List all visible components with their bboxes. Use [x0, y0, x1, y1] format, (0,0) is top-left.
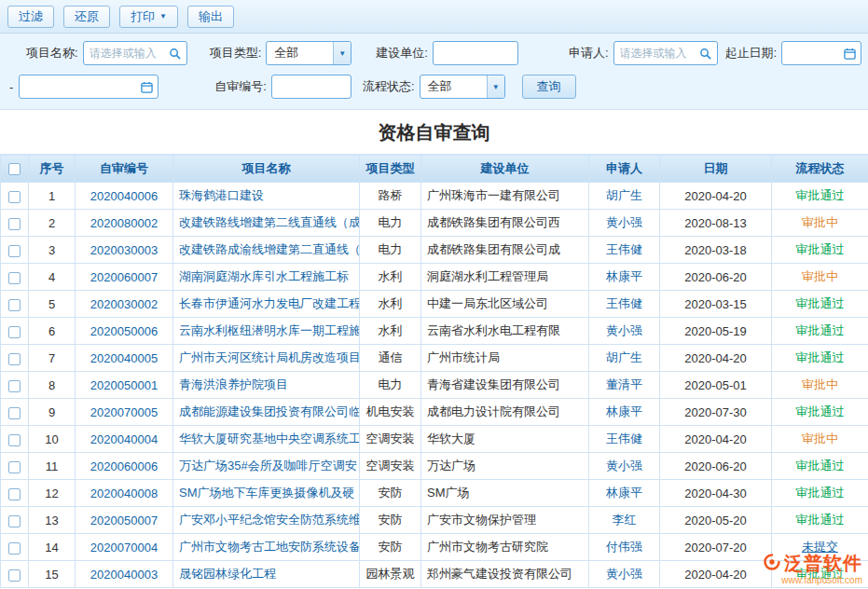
project-name-cell: 万达广场35#会所及咖啡厅空调安	[173, 453, 360, 480]
self-review-code-link[interactable]: 2020080002	[90, 216, 158, 230]
restore-button[interactable]: 还原	[63, 6, 110, 28]
status-badge: 审批中	[802, 269, 838, 283]
project-type-filter: 项目类型: 全部 ▼	[210, 41, 352, 65]
build-unit-input[interactable]	[439, 47, 515, 60]
project-name-link[interactable]: SM广场地下车库更换摄像机及硬	[179, 486, 355, 500]
row-checkbox[interactable]	[8, 407, 21, 419]
date-end-input[interactable]	[25, 80, 138, 93]
applicant-link[interactable]: 黄小强	[606, 459, 642, 473]
export-button[interactable]: 输出	[187, 6, 234, 28]
date-cell: 2020-04-20	[660, 345, 772, 372]
applicant-filter: 申请人:	[569, 41, 718, 65]
table-row: 9 2020070005 成都能源建设集团投资有限公司临 机电安装 成都电力设计…	[1, 399, 868, 426]
date-start-input[interactable]	[788, 47, 841, 60]
project-name-link[interactable]: 青海洪浪养护院项目	[179, 377, 288, 391]
row-checkbox[interactable]	[8, 299, 21, 311]
status-badge: 审批通过	[796, 486, 845, 500]
applicant-link[interactable]: 胡广生	[606, 350, 642, 364]
table-row: 6 2020050006 云南水利枢纽潜明水库一期工程施 水利 云南省水利水电工…	[1, 318, 868, 345]
project-type-cell: 电力	[360, 372, 421, 399]
project-name-link[interactable]: 云南水利枢纽潜明水库一期工程施	[179, 323, 360, 337]
self-review-code-link[interactable]: 2020070004	[90, 541, 158, 555]
project-name-link[interactable]: 华软大厦研究基地中央空调系统工	[179, 431, 360, 445]
applicant-link[interactable]: 王伟健	[606, 296, 642, 310]
row-checkbox[interactable]	[8, 542, 21, 555]
self-review-code-link[interactable]: 2020060006	[90, 459, 158, 473]
self-review-code-link[interactable]: 2020040003	[90, 568, 158, 582]
project-type-select[interactable]: 全部 ▼	[266, 41, 351, 65]
calendar-icon[interactable]	[841, 44, 858, 62]
project-name-link[interactable]: 成都能源建设集团投资有限公司临	[179, 404, 360, 418]
applicant-link[interactable]: 林康平	[606, 404, 642, 418]
self-review-code-link[interactable]: 2020050006	[90, 324, 158, 338]
applicant-link[interactable]: 林康平	[606, 486, 642, 500]
flow-status-select[interactable]: 全部 ▼	[420, 75, 505, 99]
self-review-code-link[interactable]: 2020050007	[90, 514, 158, 527]
search-icon[interactable]	[697, 44, 714, 62]
project-name-cell: 广州市文物考古工地安防系统设备	[173, 534, 360, 561]
applicant-link[interactable]: 付伟强	[606, 540, 642, 554]
project-name-link[interactable]: 广州市天河区统计局机房改造项目	[179, 350, 360, 364]
project-name-link[interactable]: 改建铁路成渝线增建第二直通线（	[179, 242, 360, 256]
applicant-cell: 王伟健	[589, 426, 660, 453]
self-review-code-link[interactable]: 2020040005	[90, 351, 158, 365]
project-name-link[interactable]: 晟铭园林绿化工程	[179, 567, 276, 581]
applicant-link[interactable]: 王伟健	[606, 431, 642, 445]
project-name-link[interactable]: 改建铁路线增建第二线直通线（成	[179, 215, 360, 229]
build-unit-cell: 广州市文物考古研究院	[421, 534, 589, 561]
row-checkbox[interactable]	[8, 245, 21, 257]
row-checkbox[interactable]	[8, 380, 21, 392]
self-review-code-link[interactable]: 2020060007	[90, 270, 158, 284]
row-checkbox[interactable]	[8, 353, 21, 365]
calendar-icon[interactable]	[138, 77, 155, 96]
project-name-link[interactable]: 湖南洞庭湖水库引水工程施工标	[179, 269, 349, 283]
row-checkbox[interactable]	[8, 569, 21, 582]
self-review-code-link[interactable]: 2020070005	[90, 405, 158, 419]
row-checkbox-cell	[1, 183, 29, 210]
self-review-no-input[interactable]	[278, 80, 348, 93]
query-button[interactable]: 查询	[522, 75, 576, 99]
applicant-link[interactable]: 胡广生	[606, 188, 642, 202]
row-no: 15	[29, 561, 76, 588]
build-unit-filter: 建设单位:	[376, 41, 518, 65]
applicant-link[interactable]: 林康平	[606, 269, 642, 283]
project-name-input[interactable]	[90, 47, 167, 60]
applicant-link[interactable]: 黄小强	[606, 567, 642, 581]
row-checkbox[interactable]	[8, 218, 21, 230]
self-review-code-link[interactable]: 2020040004	[90, 432, 158, 446]
project-name-link[interactable]: 万达广场35#会所及咖啡厅空调安	[179, 459, 357, 473]
search-icon[interactable]	[167, 44, 184, 62]
self-review-code-link[interactable]: 2020030002	[90, 297, 158, 311]
row-checkbox[interactable]	[8, 461, 21, 473]
project-name-link[interactable]: 珠海鹤港口建设	[179, 188, 264, 202]
select-all-checkbox[interactable]	[8, 163, 21, 175]
row-checkbox[interactable]	[8, 191, 21, 203]
applicant-link[interactable]: 李红	[613, 513, 637, 527]
project-type-value: 全部	[267, 42, 333, 64]
applicant-link[interactable]: 黄小强	[606, 323, 642, 337]
project-name-filter: 项目名称:	[26, 41, 187, 65]
row-no: 8	[29, 372, 76, 399]
row-checkbox-cell	[1, 561, 29, 588]
applicant-link[interactable]: 董清平	[606, 377, 642, 391]
self-review-code-link[interactable]: 2020050001	[90, 378, 158, 392]
applicant-link[interactable]: 王伟健	[606, 242, 642, 256]
row-checkbox[interactable]	[8, 326, 21, 338]
project-name-link[interactable]: 广安邓小平纪念馆安全防范系统维	[179, 513, 360, 527]
project-name-link[interactable]: 长春市伊通河水力发电厂改建工程	[179, 296, 360, 310]
project-name-link[interactable]: 广州市文物考古工地安防系统设备	[179, 540, 360, 554]
self-review-code-link[interactable]: 2020040008	[90, 486, 158, 500]
row-no: 13	[29, 507, 76, 534]
print-button[interactable]: 打印▼	[119, 6, 178, 28]
project-type-cell: 水利	[360, 318, 421, 345]
applicant-link[interactable]: 黄小强	[606, 215, 642, 229]
row-checkbox[interactable]	[8, 488, 21, 500]
row-checkbox[interactable]	[8, 515, 21, 527]
row-checkbox[interactable]	[8, 434, 21, 446]
row-checkbox[interactable]	[8, 272, 21, 284]
self-review-code-link[interactable]: 2020030003	[90, 243, 158, 257]
self-review-code-link[interactable]: 2020040006	[90, 189, 158, 203]
filter-button[interactable]: 过滤	[7, 6, 54, 28]
applicant-input[interactable]	[620, 47, 697, 60]
project-type-cell: 水利	[360, 291, 421, 318]
